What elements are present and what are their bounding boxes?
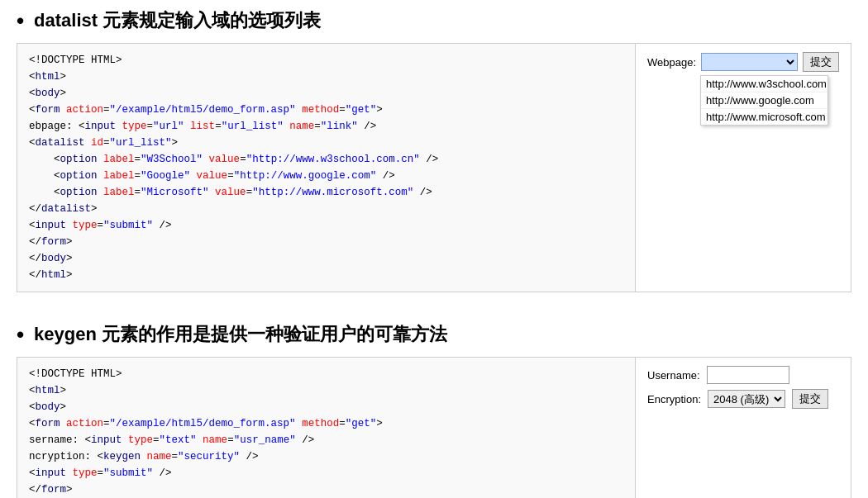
datalist-select[interactable] [701,53,798,71]
section1-demo: Webpage: 提交 http://www.w3school.comhttp:… [636,44,851,292]
section1-heading: datalist 元素规定输入域的选项列表 [34,8,321,33]
datalist-dropdown: http://www.w3school.comhttp://www.google… [700,75,828,126]
keygen-encryption-row: Encryption: 2048 (高级) 提交 [647,389,839,409]
section1-code: <!DOCTYPE HTML><html><body><form action=… [17,44,636,292]
section1-title: • datalist 元素规定输入域的选项列表 [17,8,851,33]
keygen-username-row: Username: [647,366,839,384]
keygen-username-label: Username: [647,369,700,382]
section2-code: <!DOCTYPE HTML><html><body><form action=… [17,358,636,498]
datalist-form-row: Webpage: 提交 [647,52,839,72]
bullet-2: • [17,324,24,345]
section2-title: • keygen 元素的作用是提供一种验证用户的可靠方法 [17,322,851,347]
section2-demo: Username: Encryption: 2048 (高级) 提交 [636,358,851,498]
drop-item[interactable]: http://www.microsoft.com [701,109,827,125]
datalist-label: Webpage: [647,56,696,69]
keygen-submit-button[interactable]: 提交 [792,389,828,409]
section2-content: <!DOCTYPE HTML><html><body><form action=… [17,357,851,498]
keygen-username-input[interactable] [707,366,789,384]
section2-heading: keygen 元素的作用是提供一种验证用户的可靠方法 [34,322,447,347]
keygen-encryption-select[interactable]: 2048 (高级) [708,390,785,408]
bullet-1: • [17,10,24,31]
datalist-submit-button[interactable]: 提交 [803,52,839,72]
drop-item[interactable]: http://www.w3school.com [701,76,827,92]
drop-item[interactable]: http://www.google.com [701,92,827,109]
page-wrapper: • datalist 元素规定输入域的选项列表 <!DOCTYPE HTML><… [0,0,868,498]
section1-content: <!DOCTYPE HTML><html><body><form action=… [17,43,851,292]
keygen-encryption-label: Encryption: [647,393,701,406]
spacer-1 [17,309,851,322]
